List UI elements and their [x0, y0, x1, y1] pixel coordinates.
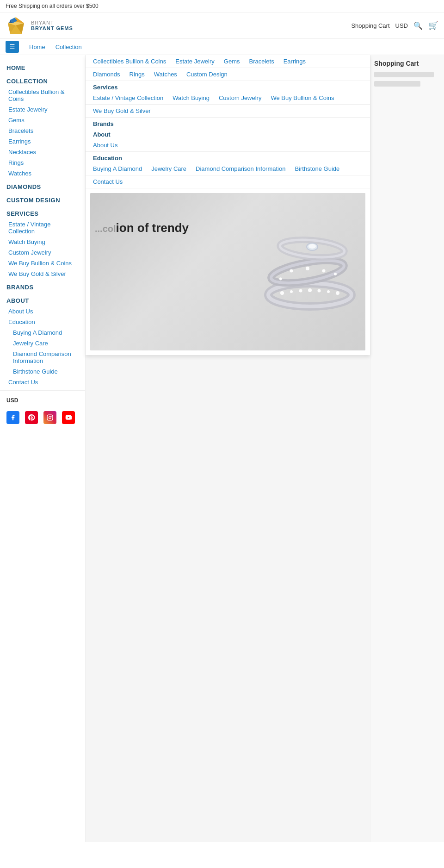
cart-line-1: [374, 72, 434, 77]
right-cart-title: Shopping Cart: [374, 60, 440, 67]
hero-text: ...colion of trendy: [95, 221, 189, 235]
youtube-icon[interactable]: [62, 411, 75, 424]
sidebar-section-home: HOME: [0, 60, 85, 73]
sidebar-contact-us[interactable]: Contact Us: [0, 377, 85, 387]
sidebar-rings[interactable]: Rings: [0, 157, 85, 168]
sidebar-section-diamonds: DIAMONDS: [0, 179, 85, 192]
currency-label: USD: [395, 22, 408, 29]
nav-home[interactable]: Home: [25, 43, 49, 51]
dd-custom-design[interactable]: Custom Design: [186, 71, 228, 78]
svg-point-15: [299, 289, 302, 293]
svg-point-17: [318, 289, 321, 293]
svg-point-24: [306, 267, 309, 270]
svg-point-23: [290, 269, 293, 273]
dd-contact-us[interactable]: Contact Us: [93, 178, 123, 185]
dd-collectibles[interactable]: Collectibles Bullion & Coins: [93, 58, 166, 65]
facebook-icon[interactable]: [6, 411, 19, 424]
header-right: Shopping Cart USD 🔍 🛒: [351, 20, 438, 31]
cart-button[interactable]: 🛒: [428, 20, 438, 31]
svg-point-18: [327, 290, 330, 293]
sidebar-collectibles[interactable]: Collectibles Bullion & Coins: [0, 87, 85, 104]
dropdown-menu: Collectibles Bullion & Coins Estate Jewe…: [86, 55, 370, 355]
content-area: Collectibles Bullion & Coins Estate Jewe…: [86, 55, 370, 842]
dd-jewelry-care[interactable]: Jewelry Care: [151, 165, 186, 172]
svg-point-26: [334, 273, 337, 275]
dd-gems[interactable]: Gems: [224, 58, 240, 65]
dd-custom-jewelry[interactable]: Custom Jewelry: [219, 94, 261, 101]
dd-estate-jewelry[interactable]: Estate Jewelry: [175, 58, 215, 65]
rings-illustration: [254, 202, 365, 341]
dd-rings[interactable]: Rings: [130, 71, 145, 78]
dropdown-diamonds-row: Diamonds Rings Watches Custom Design: [86, 68, 370, 81]
sidebar-section-custom: CUSTOM DESIGN: [0, 192, 85, 206]
announcement-bar: Free Shipping on all orders over $500: [0, 0, 444, 12]
sidebar-watches[interactable]: Watches: [0, 168, 85, 179]
sidebar-section-about: ABOUT: [0, 293, 85, 306]
announcement-text: Free Shipping on all orders over $500: [6, 3, 99, 9]
dd-birthstone[interactable]: Birthstone Guide: [295, 165, 339, 172]
sidebar-section-services: SERVICES: [0, 206, 85, 219]
sidebar-gems[interactable]: Gems: [0, 115, 85, 125]
sidebar: HOME COLLECTION Collectibles Bullion & C…: [0, 55, 86, 842]
svg-point-19: [336, 291, 339, 295]
instagram-icon[interactable]: [43, 411, 56, 424]
sidebar-we-buy-gold[interactable]: We Buy Gold & Silver: [0, 269, 85, 279]
dd-bracelets[interactable]: Bracelets: [249, 58, 274, 65]
dd-buying-diamond[interactable]: Buying A Diamond: [93, 165, 142, 172]
dropdown-services-row: Estate / Vintage Collection Watch Buying…: [86, 92, 370, 105]
sidebar-estate-jewelry[interactable]: Estate Jewelry: [0, 104, 85, 115]
dd-about-us[interactable]: About Us: [93, 142, 117, 149]
svg-point-10: [51, 416, 52, 417]
dd-we-buy-bullion[interactable]: We Buy Bullion & Coins: [271, 94, 334, 101]
svg-point-25: [322, 269, 326, 273]
sidebar-custom-jewelry[interactable]: Custom Jewelry: [0, 247, 85, 258]
svg-point-14: [290, 290, 293, 293]
dd-diamond-comparison[interactable]: Diamond Comparison Information: [196, 165, 285, 172]
dd-watch-buying[interactable]: Watch Buying: [173, 94, 210, 101]
dd-watches[interactable]: Watches: [154, 71, 177, 78]
header-left: BRYANT BRYANT GEMS: [6, 16, 73, 35]
social-icons: [0, 407, 85, 428]
sidebar-watch-buying[interactable]: Watch Buying: [0, 237, 85, 247]
sidebar-currency: USD: [0, 393, 85, 407]
dd-diamonds[interactable]: Diamonds: [93, 71, 120, 78]
dd-earrings[interactable]: Earrings: [284, 58, 306, 65]
nav-collection[interactable]: Collection: [52, 43, 86, 51]
menu-button[interactable]: ☰: [6, 41, 19, 53]
sidebar-diamond-comparison[interactable]: Diamond Comparison Information: [0, 349, 85, 366]
dropdown-contact-row: Contact Us: [86, 175, 370, 188]
right-panel: Shopping Cart: [370, 55, 444, 842]
sidebar-birthstone[interactable]: Birthstone Guide: [0, 366, 85, 377]
dd-brands-label: Brands: [86, 118, 370, 128]
header: BRYANT BRYANT GEMS Shopping Cart USD 🔍 🛒: [0, 12, 444, 39]
main-layout: HOME COLLECTION Collectibles Bullion & C…: [0, 55, 444, 842]
svg-point-16: [308, 288, 312, 292]
top-nav: ☰ Home Collection: [0, 39, 444, 55]
sidebar-section-collection: COLLECTION: [0, 73, 85, 87]
sidebar-bracelets[interactable]: Bracelets: [0, 125, 85, 136]
cart-label: Shopping Cart: [351, 22, 389, 29]
search-button[interactable]: 🔍: [413, 21, 423, 30]
sidebar-jewelry-care[interactable]: Jewelry Care: [0, 338, 85, 349]
sidebar-about-us[interactable]: About Us: [0, 306, 85, 317]
sidebar-we-buy-bullion[interactable]: We Buy Bullion & Coins: [0, 258, 85, 269]
svg-rect-8: [47, 415, 53, 420]
sidebar-buying-diamond[interactable]: Buying A Diamond: [0, 327, 85, 338]
sidebar-earrings[interactable]: Earrings: [0, 136, 85, 147]
dd-education-label: Education: [86, 152, 370, 162]
svg-point-30: [308, 244, 316, 249]
sidebar-necklaces[interactable]: Necklaces: [0, 147, 85, 157]
dropdown-education-row: Buying A Diamond Jewelry Care Diamond Co…: [86, 162, 370, 175]
sidebar-section-brands: BRANDS: [0, 279, 85, 293]
cart-line-2: [374, 81, 420, 87]
dropdown-collection-row: Collectibles Bullion & Coins Estate Jewe…: [86, 55, 370, 68]
dd-estate-vintage[interactable]: Estate / Vintage Collection: [93, 94, 163, 101]
dropdown-about-row: About Us: [86, 139, 370, 152]
dd-we-buy-gold[interactable]: We Buy Gold & Silver: [93, 107, 151, 114]
sidebar-education[interactable]: Education: [0, 317, 85, 327]
pinterest-icon[interactable]: [25, 411, 38, 424]
sidebar-divider: [0, 390, 85, 391]
svg-point-9: [49, 417, 51, 419]
logo-text: BRYANT BRYANT GEMS: [31, 20, 73, 31]
sidebar-estate-vintage[interactable]: Estate / Vintage Collection: [0, 219, 85, 237]
